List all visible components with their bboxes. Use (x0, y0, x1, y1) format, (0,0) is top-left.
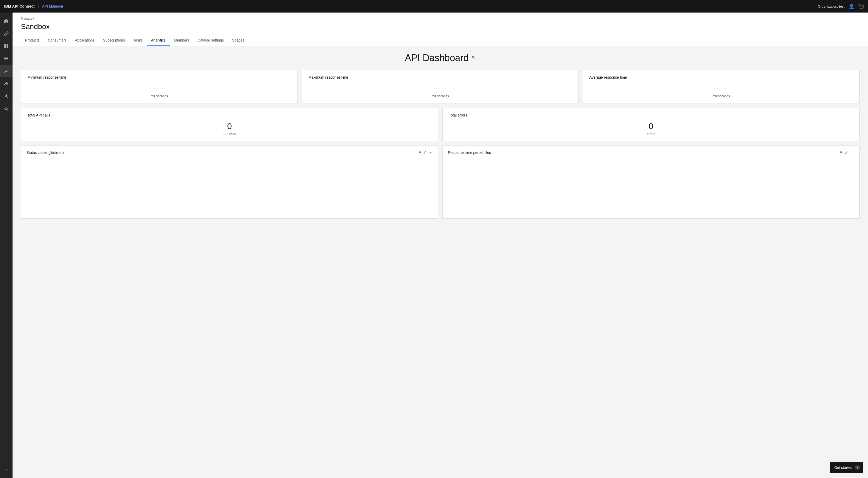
avg-response-title: Average response time (589, 75, 853, 80)
min-response-unit: milliseconds (27, 94, 291, 98)
content-area: Manage / Sandbox Products Consumers Appl… (12, 12, 868, 478)
total-errors-card: Total errors 0 errors (442, 108, 860, 141)
svg-rect-1 (6, 44, 8, 46)
total-errors-title: Total errors (449, 113, 853, 117)
status-codes-chart-body (21, 158, 438, 216)
nav-right: Organization: test 👤 ? (818, 3, 864, 9)
max-response-card: Maximum response time – – milliseconds (302, 70, 579, 103)
get-started-label[interactable]: Get started (834, 466, 852, 470)
api-summary-cards: Total API calls 0 API calls Total errors… (21, 108, 860, 141)
chart-cards: Status codes (detailed) ≡ ⤢ ⋮ Response t… (21, 146, 860, 219)
response-time-cards: Minimum response time – – milliseconds M… (21, 70, 860, 103)
total-api-calls-card: Total API calls 0 API calls (21, 108, 438, 141)
sidebar-item-list[interactable] (0, 52, 12, 65)
max-response-title: Maximum response time (308, 75, 572, 80)
dashboard-title-row: API Dashboard ↻ (21, 53, 860, 63)
status-codes-chart-card: Status codes (detailed) ≡ ⤢ ⋮ (21, 146, 438, 219)
top-navigation: IBM API Connect | API Manager Organizati… (0, 0, 868, 12)
status-codes-expand-icon[interactable]: ⤢ (423, 150, 427, 155)
sidebar-item-edit[interactable] (0, 27, 12, 40)
svg-point-8 (7, 82, 8, 84)
tab-subscriptions[interactable]: Subscriptions (99, 35, 129, 46)
refresh-icon[interactable]: ↻ (472, 55, 476, 61)
min-response-title: Minimum response time (27, 75, 291, 80)
tab-consumers[interactable]: Consumers (43, 35, 71, 46)
chart-y-axis (448, 162, 448, 212)
status-codes-actions: ≡ ⤢ ⋮ (418, 150, 433, 155)
nav-divider: | (38, 4, 39, 9)
sidebar-item-apps[interactable] (0, 40, 12, 52)
response-percentiles-header: Response time percentiles ≡ ⤢ ⋮ (443, 146, 859, 158)
max-response-unit: milliseconds (308, 94, 572, 98)
tab-tasks[interactable]: Tasks (129, 35, 147, 46)
response-percentiles-title: Response time percentiles (448, 150, 491, 155)
main-layout: › Manage / Sandbox Products Consumers Ap… (0, 12, 868, 478)
org-label: Organization: test (818, 4, 844, 8)
response-percentiles-actions: ≡ ⤢ ⋮ (840, 150, 854, 155)
api-manager-link[interactable]: API Manager (42, 4, 63, 8)
page-header: Manage / Sandbox Products Consumers Appl… (12, 12, 868, 46)
response-percentiles-chart-card: Response time percentiles ≡ ⤢ ⋮ (442, 146, 860, 219)
svg-point-7 (5, 82, 6, 84)
min-response-value: – – (27, 84, 291, 93)
total-errors-value: 0 (449, 121, 853, 131)
svg-rect-6 (4, 60, 8, 60)
svg-point-10 (5, 107, 7, 110)
tabs-navigation: Products Consumers Applications Subscrip… (21, 35, 860, 46)
total-errors-unit: errors (449, 132, 853, 136)
sidebar-item-search[interactable] (0, 102, 12, 115)
status-codes-title: Status codes (detailed) (26, 150, 64, 155)
page-title: Sandbox (21, 23, 860, 31)
tab-applications[interactable]: Applications (71, 35, 99, 46)
tab-spaces[interactable]: Spaces (228, 35, 249, 46)
svg-rect-5 (4, 58, 8, 59)
sidebar-bottom: › (0, 464, 12, 476)
status-codes-list-icon[interactable]: ≡ (418, 150, 421, 155)
avg-response-value: – – (589, 84, 853, 93)
toast-close-icon: ✕ (856, 466, 859, 469)
tab-catalog-settings[interactable]: Catalog settings (193, 35, 228, 46)
sidebar-item-users[interactable] (0, 77, 12, 90)
max-response-value: – – (308, 84, 572, 93)
tab-analytics[interactable]: Analytics (147, 35, 170, 46)
response-percentiles-chart-body (443, 158, 859, 216)
breadcrumb-parent[interactable]: Manage (21, 17, 32, 20)
response-percentiles-expand-icon[interactable]: ⤢ (844, 150, 848, 155)
svg-point-9 (6, 96, 7, 97)
avg-response-unit: milliseconds (589, 94, 853, 98)
sidebar: › (0, 12, 12, 478)
tab-members[interactable]: Members (170, 35, 193, 46)
nav-left: IBM API Connect | API Manager (4, 4, 63, 9)
dashboard-title: API Dashboard (405, 53, 468, 63)
toast-close-button[interactable]: ✕ (855, 465, 860, 470)
get-started-toast: Get started ✕ (830, 462, 863, 473)
sidebar-expand-button[interactable]: › (0, 464, 12, 476)
svg-rect-4 (4, 57, 8, 57)
avg-response-card: Average response time – – milliseconds (583, 70, 860, 103)
min-response-card: Minimum response time – – milliseconds (21, 70, 298, 103)
svg-rect-3 (6, 46, 8, 48)
total-api-calls-title: Total API calls (27, 113, 432, 117)
sidebar-item-analytics[interactable] (0, 65, 12, 77)
svg-rect-0 (4, 44, 6, 46)
status-codes-more-icon[interactable]: ⋮ (429, 150, 433, 155)
total-api-calls-unit: API calls (27, 132, 432, 136)
breadcrumb: Manage / (21, 17, 860, 20)
tab-products[interactable]: Products (21, 35, 43, 46)
help-icon[interactable]: ? (859, 4, 864, 9)
sidebar-item-home[interactable] (0, 14, 12, 27)
svg-line-11 (7, 110, 8, 111)
brand-name: IBM API Connect (4, 4, 35, 8)
response-percentiles-list-icon[interactable]: ≡ (840, 150, 842, 155)
sidebar-item-settings[interactable] (0, 90, 12, 102)
response-percentiles-more-icon[interactable]: ⋮ (850, 150, 854, 155)
status-codes-header: Status codes (detailed) ≡ ⤢ ⋮ (21, 146, 438, 158)
user-icon[interactable]: 👤 (849, 3, 855, 9)
svg-rect-2 (4, 46, 6, 48)
dashboard: API Dashboard ↻ Minimum response time – … (12, 46, 868, 225)
breadcrumb-separator: / (33, 17, 34, 20)
total-api-calls-value: 0 (27, 121, 432, 131)
